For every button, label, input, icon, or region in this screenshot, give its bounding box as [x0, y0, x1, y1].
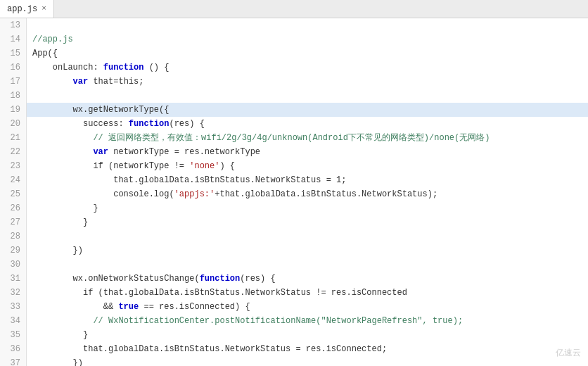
line-number: 23: [6, 159, 20, 173]
code-line: }: [27, 201, 588, 215]
line-number: 27: [6, 215, 20, 229]
line-number: 31: [6, 272, 20, 286]
line-number: 33: [6, 300, 20, 314]
code-line: && true == res.isConnected) {: [27, 300, 588, 314]
line-number: 36: [6, 342, 20, 356]
code-content[interactable]: //app.jsApp({ onLaunch: function () { va…: [27, 18, 588, 366]
line-number: 13: [6, 18, 20, 32]
code-line: //app.js: [27, 32, 588, 46]
tab-close-icon[interactable]: ×: [41, 5, 46, 13]
line-number: 37: [6, 356, 20, 366]
tab-label: app.js: [7, 4, 37, 14]
code-line: that.globalData.isBtnStatus.NetworkStatu…: [27, 342, 588, 356]
line-number: 21: [6, 131, 20, 145]
code-line: console.log('appjs:'+that.globalData.isB…: [27, 187, 588, 201]
tab-bar: app.js ×: [0, 0, 588, 18]
code-line: // 返回网络类型，有效值：wifi/2g/3g/4g/unknown(Andr…: [27, 131, 588, 145]
line-number: 17: [6, 75, 20, 89]
code-line: // WxNotificationCenter.postNotification…: [27, 314, 588, 328]
code-line: [27, 89, 588, 103]
code-line: [27, 258, 588, 272]
code-line: var networkType = res.networkType: [27, 145, 588, 159]
line-number: 20: [6, 117, 20, 131]
code-line: if (networkType != 'none') {: [27, 159, 588, 173]
line-number: 29: [6, 244, 20, 258]
code-line: success: function(res) {: [27, 117, 588, 131]
code-line: wx.onNetworkStatusChange(function(res) {: [27, 272, 588, 286]
code-line: }): [27, 356, 588, 366]
code-line: onLaunch: function () {: [27, 61, 588, 75]
code-line: var that=this;: [27, 75, 588, 89]
line-number: 24: [6, 173, 20, 187]
line-number: 32: [6, 286, 20, 300]
line-numbers: 1314151617181920212223242526272829303132…: [0, 18, 27, 366]
code-line: }: [27, 215, 588, 229]
line-number: 16: [6, 61, 20, 75]
line-number: 30: [6, 258, 20, 272]
editor-container: app.js × 1314151617181920212223242526272…: [0, 0, 588, 366]
line-number: 25: [6, 187, 20, 201]
code-line: }): [27, 244, 588, 258]
line-number: 22: [6, 145, 20, 159]
line-number: 28: [6, 229, 20, 244]
code-line: App({: [27, 46, 588, 61]
editor-tab[interactable]: app.js ×: [0, 0, 54, 18]
line-number: 19: [6, 103, 20, 117]
line-number: 35: [6, 328, 20, 342]
code-line: wx.getNetworkType({: [27, 103, 588, 117]
line-number: 26: [6, 201, 20, 215]
line-number: 14: [6, 32, 20, 46]
line-number: 18: [6, 89, 20, 103]
code-line: that.globalData.isBtnStatus.NetworkStatu…: [27, 173, 588, 187]
line-number: 15: [6, 46, 20, 61]
code-line: [27, 229, 588, 244]
code-area: 1314151617181920212223242526272829303132…: [0, 18, 588, 366]
code-lines: //app.jsApp({ onLaunch: function () { va…: [27, 18, 588, 366]
code-line: if (that.globalData.isBtnStatus.NetworkS…: [27, 286, 588, 300]
code-line: }: [27, 328, 588, 342]
code-line: [27, 18, 588, 32]
line-number: 34: [6, 314, 20, 328]
